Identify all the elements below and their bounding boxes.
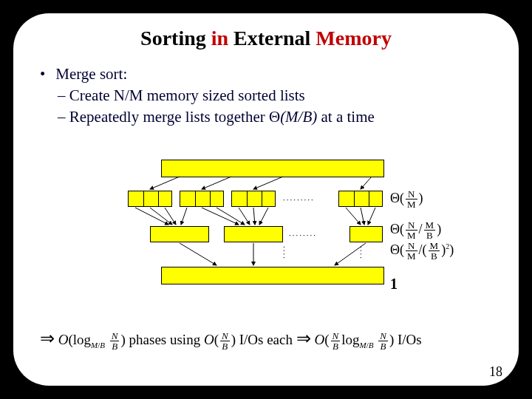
dots-vertical-1: ····: [280, 246, 289, 260]
subbullet-2-post: at a time: [317, 108, 375, 126]
dots-vertical-2: ····: [357, 246, 366, 260]
diagram-bar-final: [161, 267, 384, 284]
big-o-1: O: [58, 332, 69, 347]
rhs-row-2: Θ(NM/MB): [390, 220, 441, 240]
title-word-external: External: [233, 27, 316, 50]
midbar-2: [224, 226, 283, 242]
ios-each-text: I/Os each: [239, 332, 296, 347]
log-2: log: [341, 332, 359, 347]
title-word-in: in: [211, 27, 233, 50]
dots-level1: ·········: [283, 195, 315, 204]
subbullet-1: – Create N/M memory sized sorted lists: [58, 86, 492, 105]
rhs-row-3: Θ(NM/(MB)2): [390, 241, 454, 261]
midbar-1: [150, 226, 209, 242]
frac-n-over-b-4: NB: [378, 331, 388, 351]
diagram-row-level2: [128, 226, 383, 242]
conclusion-line: ⇒ O(logM/B NB) phases using O(NB) I/Os e…: [40, 328, 504, 351]
frac-m-over-b-2: MB: [429, 241, 440, 261]
cluster-2: [180, 191, 224, 207]
bullet-heading: Merge sort:: [55, 65, 127, 83]
final-ios-text: I/Os: [398, 332, 422, 347]
subbullet-2-pre: – Repeatedly merge lists together: [58, 108, 269, 126]
frac-n-over-b-1: NB: [110, 331, 120, 351]
log-1: log: [73, 332, 91, 347]
big-o-2: O: [204, 332, 214, 347]
subbullet-1-text: – Create N/M memory sized sorted lists: [58, 86, 305, 104]
bullet-dot: •: [40, 65, 52, 83]
diagram-bar-level0: [161, 160, 384, 177]
diagram-row-level1: [128, 191, 383, 207]
frac-n-over-m-1: NM: [406, 189, 417, 209]
merge-diagram: ········· ········ ···· ····: [128, 152, 383, 289]
log-base-2: M/B: [360, 341, 374, 349]
cluster-3: [231, 191, 276, 207]
theta-3: Θ: [390, 242, 400, 257]
slide-frame: Sorting in External Memory • Merge sort:…: [13, 13, 519, 386]
frac-n-over-b-2: NB: [220, 331, 230, 351]
title-word-memory: Memory: [316, 27, 392, 50]
title-word-sorting: Sorting: [140, 27, 211, 50]
frac-n-over-b-3: NB: [331, 331, 341, 351]
cluster-1: [128, 191, 172, 207]
big-o-3: O: [314, 332, 324, 347]
theta-2: Θ: [390, 222, 400, 236]
frac-n-over-m-2: NM: [406, 220, 417, 240]
implies-arrow-2: ⇒: [296, 329, 311, 348]
log-base-1: M/B: [91, 341, 105, 349]
theta-symbol: Θ: [269, 108, 280, 126]
page-number: 18: [489, 364, 502, 380]
exponent-2: 2: [446, 242, 449, 250]
frac-n-over-m-3: NM: [406, 241, 417, 261]
theta-1: Θ: [390, 191, 400, 205]
phases-using-text: phases using: [129, 332, 204, 347]
dots-level2: ········: [289, 231, 317, 239]
rhs-row-1: Θ(NM): [390, 189, 423, 209]
midbar-3: [349, 226, 383, 242]
cluster-4: [338, 191, 383, 207]
subbullet-2-paren: (M/B): [280, 108, 317, 126]
rhs-one: 1: [390, 276, 398, 293]
slide-title: Sorting in External Memory: [13, 27, 519, 50]
subbullet-2: – Repeatedly merge lists together Θ(M/B)…: [58, 108, 492, 126]
implies-arrow-1: ⇒: [40, 329, 55, 348]
bullet-block: • Merge sort: – Create N/M memory sized …: [40, 65, 492, 126]
frac-m-over-b-1: MB: [424, 220, 436, 240]
